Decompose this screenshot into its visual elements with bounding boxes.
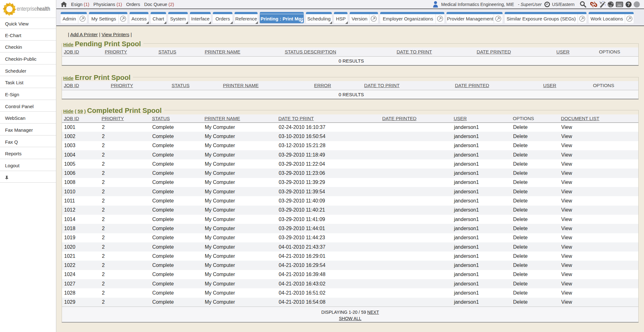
- svg-text:?: ?: [627, 2, 630, 7]
